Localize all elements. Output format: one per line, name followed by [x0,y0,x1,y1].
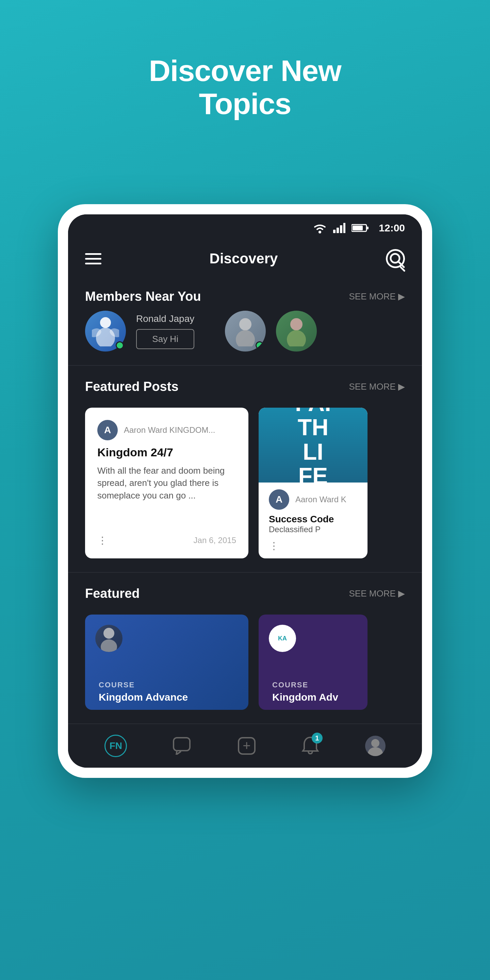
signal-icon [333,223,345,233]
member-name-1: Ronald Japay [136,313,194,324]
featured-title: Featured [85,586,140,601]
svg-point-18 [103,628,115,639]
svg-point-16 [290,318,302,331]
svg-point-0 [318,231,321,234]
course-label-2: COURSE [272,681,308,689]
svg-rect-3 [340,225,342,233]
status-bar: 12:00 [68,215,422,242]
nav-item-create[interactable]: + [238,737,256,755]
post-body-1: With all the fear and doom being spread,… [97,465,236,529]
svg-rect-20 [173,738,190,751]
post-title-1: Kingdom 24/7 [97,446,236,459]
svg-point-14 [239,318,251,331]
post-author-avatar-2: A [269,489,289,510]
post-card-1[interactable]: A Aaron Ward KINGDOM... Kingdom 24/7 Wit… [85,408,248,558]
nav-item-chat[interactable] [173,737,192,755]
svg-point-17 [287,330,306,347]
hero-title: Discover New Topics [0,54,490,121]
connect-icon: FN [105,735,127,757]
member-avatar-3 [276,311,317,352]
wifi-icon [313,223,327,234]
post-author-2: Aaron Ward K [295,495,347,504]
members-section-header: Members Near You SEE MORE ▶ [68,275,422,311]
create-icon: + [238,737,256,755]
featured-posts-title: Featured Posts [85,379,179,394]
members-list: Ronald Japay Say Hi [68,311,422,365]
online-indicator-1 [116,341,124,350]
svg-line-9 [398,262,404,267]
profile-icon [365,736,385,756]
post-author-avatar-1: A [97,420,118,440]
nav-item-profile[interactable] [365,736,385,756]
post-author-1: Aaron Ward KINGDOM... [124,425,215,435]
post-image-2: FAITHLIFE CHU R [259,408,368,482]
extra-members [215,311,317,352]
phone-screen: 12:00 Discovery Members Near You SEE MOR… [68,215,422,768]
svg-point-21 [371,739,379,747]
post-card-bottom-2: A Aaron Ward K Success Code Declassified… [259,482,368,558]
svg-rect-6 [366,227,369,229]
top-nav: Discovery [68,242,422,275]
status-time: 12:00 [379,222,405,234]
bottom-nav: FN + 1 [68,724,422,768]
featured-posts-see-more[interactable]: SEE MORE ▶ [349,382,405,392]
member-avatar-2 [225,311,266,352]
say-hi-button-1[interactable]: Say Hi [136,329,194,349]
svg-point-19 [101,640,117,652]
post-header-2: A Aaron Ward K [269,489,357,510]
svg-rect-1 [333,230,336,233]
post-options-1[interactable]: ⋮ [97,534,108,546]
member-card-1: Ronald Japay Say Hi [85,311,194,352]
online-indicator-2 [256,341,264,350]
svg-rect-2 [337,228,339,233]
status-icons: 12:00 [313,222,405,234]
post-date-1: Jan 6, 2015 [194,536,236,545]
members-see-more[interactable]: SEE MORE ▶ [349,291,405,302]
featured-list: COURSE Kingdom Advance KA COURSE Kingdom… [68,608,422,724]
svg-rect-7 [353,226,363,231]
post-title-2: Success Code [269,514,357,525]
post-card-2[interactable]: FAITHLIFE CHU R A Aaron Ward K Success C… [259,408,368,558]
course-logo-2: KA [269,625,296,652]
chat-icon [173,737,192,755]
svg-point-22 [368,747,383,756]
course-card-1[interactable]: COURSE Kingdom Advance [85,614,248,710]
course-title-2: Kingdom Adv [272,692,338,703]
featured-header: Featured SEE MORE ▶ [68,573,422,608]
post-subtitle-2: Declassified P [269,525,357,534]
course-label-1: COURSE [99,681,135,689]
svg-point-15 [236,330,255,347]
nav-title: Discovery [210,250,278,267]
featured-posts-header: Featured Posts SEE MORE ▶ [68,366,422,401]
post-options-2[interactable]: ⋮ [269,540,279,552]
svg-rect-4 [343,223,345,233]
hamburger-menu-icon[interactable] [85,253,102,264]
battery-icon [352,224,369,232]
posts-list: A Aaron Ward KINGDOM... Kingdom 24/7 Wit… [68,401,422,572]
post-footer-1: ⋮ Jan 6, 2015 [97,534,236,546]
featured-see-more[interactable]: SEE MORE ▶ [349,588,405,599]
course-card-2[interactable]: KA COURSE Kingdom Adv [259,614,368,710]
course-title-1: Kingdom Advance [99,692,188,703]
search-button[interactable] [386,249,405,268]
svg-point-10 [100,317,111,328]
notifications-badge: 1 [312,733,323,743]
member-avatar-wrap-1 [85,311,126,352]
nav-item-notifications[interactable]: 1 [301,736,319,756]
member-info-1: Ronald Japay Say Hi [136,313,194,349]
nav-item-connect[interactable]: FN [105,735,127,757]
members-title: Members Near You [85,289,201,304]
phone-frame: 12:00 Discovery Members Near You SEE MOR… [58,204,432,778]
search-icon [388,251,407,270]
post-footer-2: ⋮ [269,540,357,552]
course-avatar-1 [95,625,123,652]
post-header-1: A Aaron Ward KINGDOM... [97,420,236,440]
